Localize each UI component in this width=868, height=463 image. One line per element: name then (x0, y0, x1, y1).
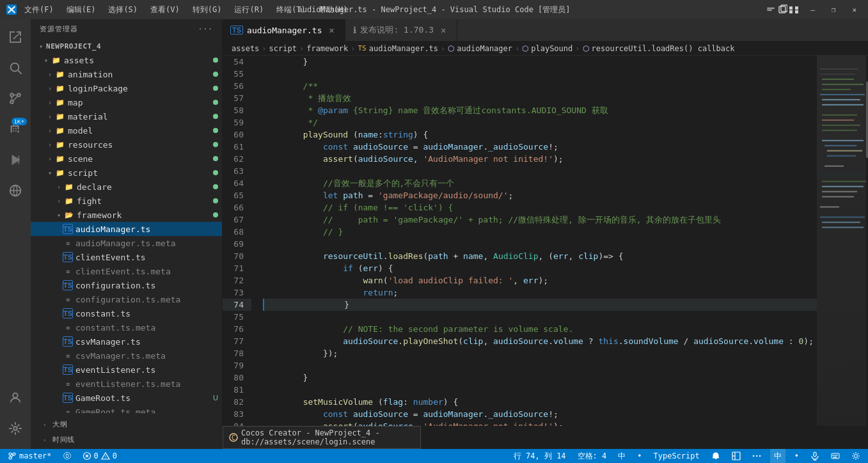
activity-item-extensions[interactable]: 1K+ (0, 114, 31, 145)
status-ime[interactable]: 中 (770, 449, 785, 463)
code-line-67: // path = 'gamePackage/' + path; //微信特殊处… (263, 214, 817, 226)
menu-select[interactable]: 选择(S) (106, 3, 140, 17)
svg-rect-0 (767, 8, 775, 9)
close-button[interactable]: ✕ (847, 4, 862, 15)
sidebar-more-icon[interactable]: ··· (198, 25, 213, 33)
line-num-80: 80 (223, 372, 251, 384)
status-microphone-icon[interactable] (808, 449, 822, 463)
tree-item-audiomanager-meta[interactable]: ≡ audioManager.ts.meta (31, 236, 222, 250)
line-num-59: 59 (223, 116, 251, 129)
breadcrumb-class[interactable]: audioManager (457, 44, 512, 53)
tree-item-eventlistener-ts[interactable]: TS eventListener.ts (31, 363, 222, 377)
tree-item-clientevent-ts[interactable]: TS clientEvent.ts (31, 250, 222, 264)
activity-item-account[interactable] (0, 382, 31, 413)
tree-label: script (68, 168, 213, 178)
folder-icon: 📁 (55, 83, 65, 93)
breadcrumb-sep: › (441, 44, 445, 53)
status-spaces[interactable]: 空格: 4 (575, 449, 610, 463)
title-center: audioManager.ts - NewProject_4 - Visual … (297, 4, 570, 15)
tree-item-clientevent-meta[interactable]: ≡ clientEvent.ts.meta (31, 264, 222, 278)
tree-item-csvmanager-ts[interactable]: TS csvManager.ts (31, 334, 222, 349)
menu-run[interactable]: 运行(R) (232, 3, 266, 17)
ts-file-icon: TS (63, 224, 73, 234)
activity-item-explorer[interactable] (0, 22, 31, 52)
status-language[interactable]: TypeScript (651, 449, 702, 463)
code-content[interactable]: } /** * 播放音效 * @param {String} name 音效名称… (258, 56, 817, 426)
status-position[interactable]: 行 74, 列 14 (511, 449, 569, 463)
status-sync[interactable]: ⓪ (61, 449, 74, 463)
svg-rect-23 (820, 94, 865, 95)
sidebar-section-outline[interactable]: › 大纲 (31, 416, 222, 431)
status-layout-icon[interactable] (729, 449, 743, 463)
status-notification-bell[interactable] (709, 449, 723, 463)
sidebar-section-timeline[interactable]: › 时间线 (31, 431, 222, 446)
breadcrumb-assets[interactable]: assets (232, 44, 259, 53)
status-punctuation[interactable]: • (792, 449, 801, 463)
breadcrumb-file[interactable]: audioManager.ts (369, 44, 438, 53)
tree-item-scene[interactable]: › 📁 scene (31, 152, 222, 166)
breadcrumb-framework[interactable]: framework (306, 44, 348, 53)
minimize-button[interactable]: — (805, 4, 820, 15)
tab-close-button[interactable]: ✕ (326, 24, 337, 36)
breadcrumb-callback[interactable]: resourceUtil.loadRes() callback (592, 44, 735, 53)
activity-item-run[interactable] (0, 145, 31, 175)
activity-item-scm[interactable] (0, 83, 31, 114)
tree-item-csvmanager-meta[interactable]: ≡ csvManager.ts.meta (31, 349, 222, 363)
menu-file[interactable]: 文件(F) (22, 3, 56, 17)
folder-icon: 📁 (64, 196, 74, 206)
tree-item-configuration-meta[interactable]: ≡ configuration.ts.meta (31, 292, 222, 306)
status-errors[interactable]: 0 ! 0 (80, 449, 120, 463)
breadcrumb-method[interactable]: playSound (531, 44, 572, 53)
tree-item-constant-ts[interactable]: TS constant.ts (31, 306, 222, 320)
svg-rect-30 (822, 140, 864, 141)
status-keyboard-icon[interactable] (828, 449, 842, 463)
status-left: master* ⓪ 0 ! 0 (5, 449, 120, 463)
tree-item-fight[interactable]: › 📁 fight (31, 194, 222, 208)
activity-item-settings[interactable] (0, 413, 31, 444)
tree-item-declare[interactable]: › 📁 declare (31, 180, 222, 194)
code-line-63 (263, 165, 817, 177)
status-settings-icon[interactable] (849, 449, 863, 463)
tree-item-loginpackage[interactable]: › 📁 loginPackage (31, 81, 222, 95)
tree-item-resources[interactable]: › 📁 resources (31, 137, 222, 152)
menu-edit[interactable]: 编辑(E) (64, 3, 99, 17)
tree-label: map (68, 98, 213, 107)
tab-audiomanager[interactable]: TS audioManager.ts ✕ (223, 19, 345, 41)
tree-root[interactable]: ▾ NEWPROJECT_4 (31, 39, 222, 53)
sidebar-content[interactable]: ▾ NEWPROJECT_4 ▾ 📁 assets › 📁 animation … (31, 39, 222, 413)
tree-item-eventlistener-meta[interactable]: ≡ eventListener.ts.meta (31, 377, 222, 391)
code-line-70: resourceUtil.loadRes(path + name, AudioC… (263, 250, 817, 262)
menu-view[interactable]: 查看(V) (148, 3, 182, 17)
code-line-75 (263, 311, 817, 323)
tree-item-map[interactable]: › 📁 map (31, 95, 222, 109)
tree-item-gameroot-ts[interactable]: TS GameRoot.ts U (31, 391, 222, 405)
menu-goto[interactable]: 转到(G) (190, 3, 225, 17)
chevron-icon: › (45, 99, 55, 106)
activity-item-search[interactable] (0, 52, 31, 83)
code-line-65: let path = 'gamePackage/audio/sound/'; (263, 189, 817, 201)
minimap[interactable] (817, 56, 868, 426)
tree-item-script[interactable]: ▾ 📁 script (31, 166, 222, 180)
status-encoding[interactable]: 中 (615, 449, 628, 463)
tree-item-configuration-ts[interactable]: TS configuration.ts (31, 278, 222, 292)
status-more-icon[interactable] (750, 449, 764, 463)
maximize-button[interactable]: ❐ (826, 4, 841, 15)
tree-item-framework[interactable]: ▾ 📂 framework (31, 208, 222, 222)
svg-rect-35 (817, 171, 868, 177)
line-num-70: 70 (223, 250, 251, 262)
tree-item-gameroot-meta[interactable]: ≡ GameRoot.ts.meta (31, 405, 222, 413)
file-status-dot (213, 114, 218, 119)
tree-item-animation[interactable]: › 📁 animation (31, 67, 222, 81)
tab-close-button[interactable]: ✕ (438, 24, 449, 36)
breadcrumb-script[interactable]: script (269, 44, 297, 53)
tab-release-notes[interactable]: ℹ 发布说明: 1.70.3 ✕ (345, 19, 457, 41)
tree-item-constant-meta[interactable]: ≡ constant.ts.meta (31, 320, 222, 334)
status-git[interactable]: master* (5, 449, 54, 463)
activity-item-remote[interactable] (0, 175, 31, 206)
svg-text:C: C (232, 434, 235, 441)
status-eol[interactable]: • (635, 449, 644, 463)
tree-item-model[interactable]: › 📁 model (31, 123, 222, 137)
tree-item-audiomanager-ts[interactable]: TS audioManager.ts (31, 222, 222, 236)
tree-item-material[interactable]: › 📁 material (31, 109, 222, 123)
tree-item-assets[interactable]: ▾ 📁 assets (31, 53, 222, 67)
